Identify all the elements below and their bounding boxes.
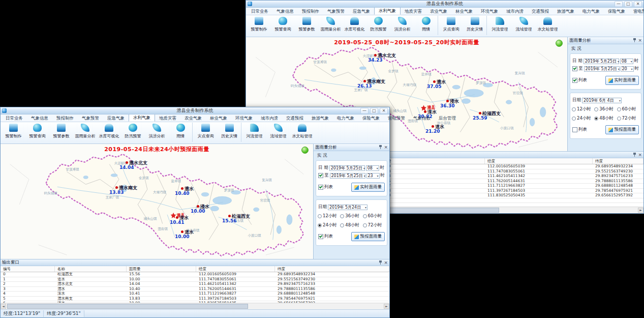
toolbar-button[interactable]: 预警制作 — [2, 123, 25, 142]
menu-tab[interactable]: 日常业务 — [2, 115, 27, 122]
menu-tab[interactable]: 城市内涝 — [502, 8, 528, 15]
to-checkbox[interactable] — [572, 66, 577, 71]
table-row[interactable]: 1 道水 10.00 111.747083055061 29.552156374… — [1, 277, 389, 282]
minimize-button[interactable]: — — [360, 108, 369, 114]
minimize-button[interactable]: — — [615, 1, 623, 7]
menu-tab[interactable]: 气象指数 — [409, 115, 435, 122]
to-checkbox[interactable] — [318, 173, 323, 178]
menu-tab[interactable]: 旅游气象 — [553, 8, 578, 15]
panel-header[interactable]: 面雨量分析 × — [314, 144, 389, 151]
scrollbar-thumb[interactable] — [7, 304, 248, 309]
menu-tab[interactable]: 环境气象 — [477, 8, 502, 15]
menu-tab[interactable]: 林业气象 — [451, 8, 477, 15]
menu-tab[interactable]: 农业气象 — [426, 8, 451, 15]
duration-radio[interactable]: 12小时 — [318, 213, 340, 219]
back-titlebar[interactable]: 澧县业务制作系统 — □ ✕ — [246, 1, 643, 8]
duration-radio[interactable]: 72小时 — [363, 222, 385, 228]
menu-tab[interactable]: 交通预报 — [282, 115, 308, 122]
toolbar-button[interactable]: 流域管理 — [266, 123, 290, 142]
menu-tab[interactable]: 水利气象 — [129, 114, 155, 122]
pin-icon[interactable] — [633, 153, 636, 157]
col-rainfall[interactable]: 面雨量 — [377, 158, 485, 164]
forecast-rainfall-button[interactable]: 预报面雨量 — [351, 232, 385, 241]
toolbar-button[interactable]: 预警参数 — [49, 123, 73, 142]
close-icon[interactable]: × — [384, 145, 388, 150]
menu-tab[interactable]: 雷电预警 — [384, 115, 409, 122]
menu-tab[interactable]: 后台管理 — [435, 115, 460, 122]
menu-tab[interactable]: 水利气象 — [374, 7, 401, 15]
pin-icon[interactable] — [379, 261, 382, 265]
toolbar-button[interactable]: 水文站管理 — [290, 123, 314, 142]
output-panel-header[interactable]: 输出窗口 × — [1, 259, 389, 266]
toolbar-button[interactable]: 水库可视化 — [343, 16, 366, 35]
maximize-button[interactable]: □ — [624, 1, 632, 7]
forecast-date-select[interactable]: 2019年 5月24日▾ — [328, 205, 367, 210]
menu-tab[interactable]: 交通预报 — [528, 8, 553, 15]
front-titlebar[interactable]: 澧县业务制作系统 — □ ✕ — [1, 107, 389, 114]
duration-radio[interactable]: 72小时 — [617, 115, 639, 122]
to-date-select[interactable]: 2019年 5月25日▾ — [584, 66, 620, 72]
forecast-date-select[interactable]: 2019年 6月 4日▾ — [582, 98, 622, 103]
globe-button[interactable] — [556, 40, 563, 47]
table-row[interactable]: 5 澧水南支 13.83 111.397267184503 29.7854476… — [1, 297, 389, 302]
menu-tab[interactable]: 林业气象 — [206, 115, 231, 122]
duration-radio[interactable]: 36小时 — [340, 213, 362, 219]
to-hour-select[interactable]: 23▾ — [366, 173, 380, 179]
toolbar-button[interactable]: 洪涝分析 — [390, 16, 414, 35]
scroll-right-icon[interactable]: ► — [638, 208, 643, 213]
toolbar-button[interactable]: 预警查询 — [271, 16, 295, 35]
menu-tab[interactable]: 气象信息 — [27, 115, 52, 122]
pin-icon[interactable] — [633, 38, 636, 43]
toolbar-button[interactable]: 预警查询 — [25, 123, 49, 142]
from-date-select[interactable]: 2019年 5月25日▾ — [584, 59, 619, 64]
menu-tab[interactable]: 农业气象 — [180, 115, 206, 122]
duration-radio[interactable]: 60小时 — [363, 213, 385, 219]
col-name[interactable]: 名称 — [55, 266, 127, 272]
table-row[interactable]: 2 澧水北支 14.04 111.462105411342 29.8923475… — [1, 282, 389, 287]
col-longitude[interactable]: 经度 — [196, 266, 275, 272]
list-checkbox[interactable] — [572, 127, 577, 132]
toolbar-button[interactable]: 面雨量分析 — [319, 16, 343, 35]
toolbar-button[interactable]: 水文站管理 — [536, 16, 560, 35]
menu-tab[interactable]: 雷电预警 — [629, 8, 644, 15]
toolbar-button[interactable]: 流域管理 — [512, 16, 536, 35]
map-canvas[interactable]: 2019-05-24日未来24小时预报面雨量 澧水北支 14.04 澧水南支 1… — [1, 144, 314, 259]
to-hour-select[interactable]: 20▾ — [621, 66, 634, 72]
menu-tab[interactable]: 地质灾害 — [155, 115, 180, 122]
close-button[interactable]: ✕ — [634, 1, 642, 7]
col-rainfall[interactable]: 面雨量 — [127, 266, 196, 272]
toolbar-button[interactable]: 雨情 — [169, 123, 193, 142]
table-row[interactable]: 0 松滋西支 15.56 112.001605605039 29.6893548… — [1, 272, 389, 277]
duration-radio[interactable]: 36小时 — [594, 106, 617, 112]
menu-tab[interactable]: 环境气象 — [231, 115, 257, 122]
duration-radio[interactable]: 12小时 — [572, 106, 594, 112]
toolbar-button[interactable]: 防汛预警 — [121, 123, 145, 142]
toolbar-button[interactable]: 防汛预警 — [366, 16, 390, 35]
toolbar-button[interactable]: 历史灾情 — [218, 123, 241, 142]
scroll-right-icon[interactable]: ► — [384, 304, 389, 309]
col-latitude[interactable]: 纬度 — [593, 158, 643, 164]
scroll-left-icon[interactable]: ◄ — [1, 304, 6, 309]
to-date-select[interactable]: 2019年 5月25日▾ — [330, 173, 365, 179]
menu-tab[interactable]: 气象预警 — [323, 8, 349, 15]
toolbar-button[interactable]: 预警制作 — [247, 16, 271, 35]
globe-button[interactable] — [301, 147, 309, 154]
close-icon[interactable]: × — [638, 38, 642, 43]
col-longitude[interactable]: 经度 — [485, 158, 593, 164]
toolbar-button[interactable]: 面雨量分析 — [73, 123, 97, 142]
close-icon[interactable]: × — [384, 261, 388, 265]
toolbar-button[interactable]: 洪涝分析 — [145, 123, 169, 142]
duration-radio[interactable]: 24小时 — [318, 222, 340, 228]
horizontal-scrollbar[interactable]: ◄ ► — [1, 303, 389, 309]
menu-tab[interactable]: 气象预警 — [78, 115, 103, 122]
menu-tab[interactable]: 日常业务 — [247, 8, 272, 15]
table-row[interactable]: 3 澧水 10.40 111.762005144631 29.788801113… — [1, 287, 389, 292]
table-row[interactable]: 4 渫水 10.41 111.711219663827 29.688801124… — [1, 292, 389, 297]
duration-radio[interactable]: 48小时 — [594, 115, 617, 122]
menu-tab[interactable]: 应急气象 — [349, 8, 374, 15]
menu-tab[interactable]: 旅游气象 — [308, 115, 333, 122]
duration-radio[interactable]: 48小时 — [340, 222, 362, 228]
toolbar-button[interactable]: 预警参数 — [295, 16, 319, 35]
list-checkbox[interactable] — [318, 234, 323, 239]
maximize-button[interactable]: □ — [370, 108, 378, 114]
